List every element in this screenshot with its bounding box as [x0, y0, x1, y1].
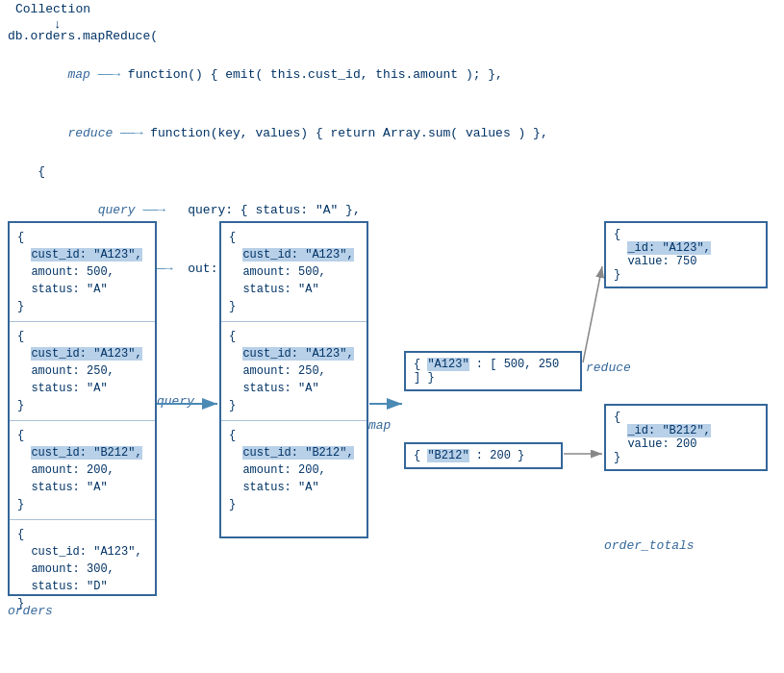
- filtered-doc-3: { cust_id: "B212", amount: 200, status: …: [221, 421, 367, 519]
- filtered-box: { cust_id: "A123", amount: 500, status: …: [219, 221, 368, 538]
- orders-box: { cust_id: "A123", amount: 500, status: …: [8, 221, 157, 596]
- svg-line-4: [583, 266, 602, 362]
- reduce-arrow-label: reduce: [586, 361, 631, 375]
- map-output-a123: { "A123" : [ 500, 250 ] }: [404, 351, 582, 391]
- orders-doc-2: { cust_id: "A123", amount: 250, status: …: [10, 322, 155, 421]
- reduce-output-b212: { _id: "B212", value: 200 }: [604, 404, 768, 471]
- code-line-brace: {: [8, 162, 548, 182]
- map-output-b212: { "B212" : 200 }: [404, 442, 563, 469]
- filtered-doc-2: { cust_id: "A123", amount: 250, status: …: [221, 322, 367, 421]
- map-arrow-label: map: [368, 418, 391, 433]
- filtered-doc-1: { cust_id: "A123", amount: 500, status: …: [221, 223, 367, 322]
- orders-doc-3: { cust_id: "B212", amount: 200, status: …: [10, 421, 155, 520]
- reduce-output-a123: { _id: "A123", value: 750 }: [604, 221, 768, 288]
- orders-label: orders: [8, 604, 53, 618]
- diagram-area: { cust_id: "A123", amount: 500, status: …: [0, 212, 784, 673]
- order-totals-label: order_totals: [604, 538, 695, 553]
- collection-label: Collection: [15, 2, 90, 16]
- code-line-1: db.orders.mapReduce(: [8, 27, 548, 46]
- code-line-map: map ——→ function() { emit( this.cust_id,…: [8, 46, 548, 104]
- orders-doc-1: { cust_id: "A123", amount: 500, status: …: [10, 223, 155, 322]
- code-line-reduce: reduce ——→ function(key, values) { retur…: [8, 105, 548, 162]
- query-arrow-label: query: [157, 394, 194, 409]
